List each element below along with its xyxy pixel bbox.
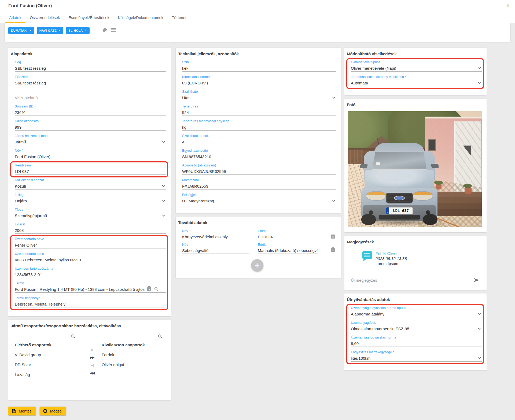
field-value: Sebességváltó — [182, 248, 208, 253]
field-label: Üzemanyag fogyasztás norma — [351, 336, 482, 340]
card-comments: Megjegyzések Fehér Olivér 2023.09.12 13:… — [344, 236, 487, 290]
chevron-down-icon[interactable] — [478, 326, 481, 329]
field-input[interactable]: 23691 — [15, 109, 166, 116]
tab-adatok[interactable]: Adatok — [5, 13, 25, 23]
tab-k-lts-gek-dokumentumok[interactable]: Költségek/Dokumentumok — [114, 13, 168, 23]
field-input[interactable]: Utas — [182, 94, 336, 101]
chevron-down-icon[interactable] — [478, 312, 481, 315]
chip-remove-icon[interactable]: × — [85, 29, 87, 32]
field-input[interactable]: Ford Fusion (Oliver) — [15, 153, 166, 160]
field-input[interactable]: kg — [182, 124, 336, 131]
field-label: E-menetlevél típusa — [351, 60, 482, 65]
field-input[interactable]: 2008 — [15, 227, 166, 234]
chevron-down-icon[interactable] — [162, 213, 165, 216]
field-value: Automata — [351, 81, 368, 85]
chevron-down-icon[interactable] — [332, 95, 335, 98]
delete-icon[interactable] — [147, 287, 151, 291]
chevron-down-icon[interactable] — [478, 356, 481, 359]
field-input[interactable]: Manuális (5 fokozatú) sebességvá — [258, 247, 318, 254]
transfer-left-icon[interactable]: ◀ — [91, 363, 93, 367]
add-row-button[interactable]: + — [251, 259, 263, 272]
chevron-down-icon[interactable] — [162, 140, 165, 143]
field-input[interactable]: Sebességváltó — [182, 247, 249, 254]
chip-remove-icon[interactable]: × — [59, 29, 61, 32]
filter-rules-icon[interactable] — [111, 28, 116, 32]
chip-remove-icon[interactable]: × — [30, 29, 31, 32]
field-label: Felségjel — [182, 193, 336, 197]
field-input[interactable]: 4033 Debrecen, Melotai nyilas utca 9 — [15, 256, 166, 263]
chevron-down-icon[interactable] — [162, 199, 165, 202]
field-input[interactable]: kék — [182, 65, 336, 72]
delete-icon[interactable] — [331, 235, 335, 239]
group-item-oliv-r-dolgai[interactable]: Olivér dolgai — [102, 362, 166, 367]
field-input[interactable]: 12345678-2-01 — [15, 271, 166, 278]
field-input[interactable]: WF0UXXGAJU8R02559 — [182, 168, 336, 175]
transfer-right-icon[interactable]: ▶ — [91, 348, 93, 351]
field-value: kék — [182, 66, 188, 70]
field-input[interactable]: 999 — [15, 124, 166, 131]
group-item-lazas-g[interactable]: Lazaság — [15, 372, 82, 377]
cancel-button[interactable]: Mégse — [40, 407, 66, 415]
field-input[interactable]: Debrecen, Melotai Telephely — [15, 300, 166, 307]
field-input[interactable]: Közúti — [15, 183, 166, 189]
group-item-fordok[interactable]: Fordok — [102, 352, 166, 357]
extra-data-row: NévSebességváltóÉrtékManuális (5 fokozat… — [182, 243, 336, 254]
chip-navi-gate[interactable]: NAVI-GATE× — [37, 27, 64, 34]
field-input[interactable]: SN:9876543210 — [182, 153, 336, 160]
chevron-down-icon[interactable] — [478, 66, 481, 69]
search-input[interactable] — [102, 332, 154, 339]
field-input[interactable]: Automata — [351, 79, 482, 86]
close-icon[interactable]: × — [506, 3, 510, 9]
tab-bar: AdatokÖsszerendelésekEsemények/Értesítés… — [5, 13, 191, 23]
field-value: 4 — [182, 140, 184, 144]
chip-sl-hola[interactable]: SL-HOLA× — [66, 27, 90, 34]
field-label: Teherbírás — [182, 105, 336, 109]
chevron-down-icon[interactable] — [332, 199, 335, 202]
new-comment-input[interactable] — [351, 278, 472, 283]
field-input[interactable]: Olivér menetlevele (Napi) — [351, 65, 482, 72]
field-input[interactable]: 4 — [182, 138, 336, 145]
transfer-right-all-icon[interactable]: ▶▶ — [90, 356, 94, 359]
field-j-rm-telephelye: Jármű telephelyeDebrecen, Melotai Teleph… — [15, 296, 166, 307]
field-input[interactable]: Viszonteladó — [15, 94, 166, 101]
field-input[interactable]: EURO 4 — [258, 233, 318, 240]
field-input[interactable]: Fehér Olivér — [15, 241, 166, 248]
section-title: Fotó — [347, 102, 482, 107]
tab-sszerendel-sek[interactable]: Összerendelések — [25, 13, 64, 23]
chip-dumataxi[interactable]: DUMATAXI× — [8, 27, 34, 34]
send-icon[interactable] — [474, 278, 480, 283]
chevron-down-icon[interactable] — [162, 184, 165, 187]
field-input[interactable]: Alapnorma átalány — [351, 310, 482, 317]
field-t-pus: TípusSzemélygépjármű — [15, 208, 166, 219]
search-icon[interactable] — [154, 287, 157, 290]
field-input[interactable]: H - Magyarország — [182, 197, 336, 204]
delete-icon[interactable] — [331, 248, 335, 252]
field-input[interactable]: Környezetvédelmi osztály — [182, 233, 249, 240]
field-input[interactable]: 524 — [182, 109, 336, 116]
group-item-dd-solar[interactable]: DD Solar — [15, 362, 82, 367]
field-input[interactable]: Személygépjármű — [15, 212, 166, 219]
section-title: További adatok — [178, 220, 336, 225]
right-column: Módosítható viselkedések E-menetlevél tí… — [344, 48, 487, 370]
save-button[interactable]: Mentés — [8, 407, 36, 415]
transfer-left-all-icon[interactable]: ◀◀ — [90, 371, 94, 375]
field-input[interactable]: Ólmozatlan motorbenzin ESZ-95 — [351, 325, 482, 332]
tab-esem-nyek-rtes-t-sek[interactable]: Események/Értesítések — [64, 13, 113, 23]
field-value: 999 — [15, 125, 21, 129]
field-input[interactable]: S&L teszt részleg — [15, 65, 166, 72]
field-input[interactable]: 8,60 — [351, 340, 482, 347]
tab-t-rt-net[interactable]: Történet — [168, 13, 191, 23]
field-input[interactable]: Ford Fusion I Restyling 1.4 MT (80 Hp) -… — [15, 286, 166, 293]
field-input[interactable]: Önjáró — [15, 197, 166, 204]
tag-icon[interactable] — [102, 27, 107, 33]
group-item-v-david-group[interactable]: V. David group — [15, 352, 82, 357]
chevron-down-icon[interactable] — [478, 81, 481, 84]
search-input[interactable] — [15, 332, 67, 339]
field-input[interactable]: FXJA8R02559 — [182, 183, 336, 189]
field-input[interactable]: liter/100km — [351, 355, 482, 362]
field-input[interactable]: S&L teszt részleg — [15, 79, 166, 86]
field-input[interactable]: LDL637 — [15, 168, 166, 175]
field-input[interactable]: Jármű — [15, 138, 166, 145]
field-input[interactable]: 09 (EURO-IV.) — [182, 79, 336, 86]
extra-xname: NévSebességváltó — [182, 243, 249, 254]
